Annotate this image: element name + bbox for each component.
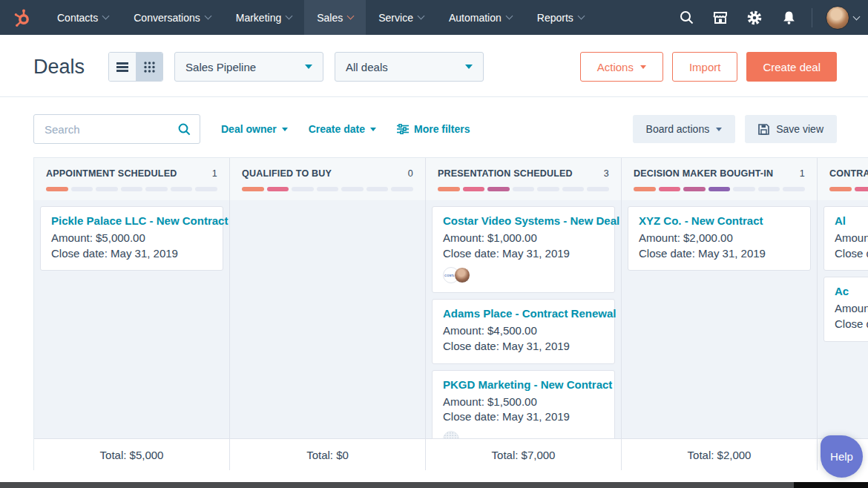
actions-button[interactable]: Actions xyxy=(580,52,663,82)
search-icon[interactable] xyxy=(178,123,191,136)
sliders-icon xyxy=(397,124,409,134)
chevron-down-icon xyxy=(286,13,293,20)
deal-card[interactable]: XYZ Co. - New Contract Amount: $2,000.00… xyxy=(628,206,811,271)
chevron-down-icon xyxy=(505,13,513,20)
page-title: Deals xyxy=(33,56,85,79)
progress-segment xyxy=(562,187,585,191)
deal-amount: Amount: $1,000.00 xyxy=(443,231,604,246)
deal-card[interactable]: Costar Video Systems - New Deal Amount: … xyxy=(432,206,615,293)
progress-segment xyxy=(487,187,510,191)
deals-view-select-value: All deals xyxy=(346,61,388,73)
create-date-filter[interactable]: Create date xyxy=(309,123,376,135)
nav-item-marketing[interactable]: Marketing xyxy=(223,0,304,35)
create-deal-button[interactable]: Create deal xyxy=(746,52,837,82)
filter-bar: Deal owner Create date More filters Boar… xyxy=(0,97,868,157)
import-button[interactable]: Import xyxy=(672,52,738,82)
progress-segment xyxy=(783,187,805,191)
marketplace-icon[interactable] xyxy=(703,0,737,35)
progress-segment xyxy=(341,187,364,191)
search-icon[interactable] xyxy=(669,0,703,35)
chevron-down-icon xyxy=(102,13,110,20)
deal-title[interactable]: Al xyxy=(835,214,868,227)
more-filters-link[interactable]: More filters xyxy=(397,123,470,135)
deal-title[interactable]: PKGD Marketing - New Contract xyxy=(443,378,604,391)
pipeline-select-value: Sales Pipeline xyxy=(185,61,256,73)
nav-item-contacts[interactable]: Contacts xyxy=(45,0,121,35)
create-deal-button-label: Create deal xyxy=(763,61,821,73)
nav-item-conversations[interactable]: Conversations xyxy=(121,0,223,35)
deal-close-date: Close date: May 31, 2019 xyxy=(639,246,800,262)
chevron-down-icon xyxy=(465,65,473,69)
deal-close-date: Close date: xyxy=(835,246,868,262)
progress-segment xyxy=(317,187,339,191)
save-view-button[interactable]: Save view xyxy=(745,115,837,143)
progress-segment xyxy=(634,187,656,191)
nav-menu: ContactsConversationsMarketingSalesServi… xyxy=(45,0,596,35)
column-total: Total: $2,000 xyxy=(622,438,817,470)
column-count: 3 xyxy=(604,168,609,179)
column-title: CONTRACT SENT xyxy=(829,168,868,179)
hubspot-logo-icon[interactable] xyxy=(0,0,45,35)
deal-card[interactable]: PKGD Marketing - New Contract Amount: $1… xyxy=(432,370,615,438)
board-view-button[interactable] xyxy=(136,53,162,81)
settings-icon[interactable] xyxy=(737,0,772,35)
search-input[interactable] xyxy=(43,122,178,136)
progress-segment xyxy=(96,187,118,191)
deal-amount: Amount: $4,500.00 xyxy=(443,323,604,339)
notifications-icon[interactable] xyxy=(772,0,806,35)
progress-segment xyxy=(708,187,731,191)
column-header: APPOINTMENT SCHEDULED 1 xyxy=(34,158,229,200)
progress-segment xyxy=(391,187,413,191)
account-chevron-down-icon[interactable] xyxy=(853,13,861,20)
progress-segment xyxy=(683,187,706,191)
progress-segment xyxy=(46,187,68,191)
import-button-label: Import xyxy=(689,61,721,73)
progress-segment xyxy=(242,187,264,191)
nav-right-icons xyxy=(669,0,868,35)
top-navbar: ContactsConversationsMarketingSalesServi… xyxy=(0,0,868,35)
deal-amount: Amount: xyxy=(835,231,868,246)
nav-item-automation[interactable]: Automation xyxy=(436,0,525,35)
progress-segment xyxy=(829,187,852,191)
deals-view-select[interactable]: All deals xyxy=(335,52,484,82)
deal-title[interactable]: XYZ Co. - New Contract xyxy=(639,214,800,227)
deal-card[interactable]: Al Amount: Close date: xyxy=(823,206,868,271)
pipeline-column: APPOINTMENT SCHEDULED 1 Pickle Palace LL… xyxy=(34,158,230,470)
pipeline-select[interactable]: Sales Pipeline xyxy=(174,52,323,82)
column-body: Al Amount: Close date: Ac Amount: Close … xyxy=(818,200,868,438)
help-button[interactable]: Help xyxy=(821,435,863,478)
deal-close-date: Close date: xyxy=(835,317,868,332)
deal-card[interactable]: Adams Place - Contract Renewal Amount: $… xyxy=(432,299,615,363)
progress-segment xyxy=(733,187,755,191)
deal-amount: Amount: $1,500.00 xyxy=(443,395,604,410)
column-body: XYZ Co. - New Contract Amount: $2,000.00… xyxy=(622,200,817,438)
deal-title[interactable]: Ac xyxy=(835,285,868,297)
progress-segment xyxy=(659,187,681,191)
progress-segment xyxy=(463,187,485,191)
deal-card[interactable]: Ac Amount: Close date: xyxy=(823,277,868,341)
nav-item-label: Sales xyxy=(317,12,343,24)
deal-title[interactable]: Adams Place - Contract Renewal xyxy=(443,307,604,320)
chevron-down-icon xyxy=(204,13,211,20)
chevron-down-icon xyxy=(347,13,355,20)
nav-item-label: Conversations xyxy=(134,12,200,24)
deal-amount: Amount: $5,000.00 xyxy=(51,231,212,246)
list-view-button[interactable] xyxy=(109,53,136,81)
nav-item-reports[interactable]: Reports xyxy=(525,0,596,35)
board-actions-button[interactable]: Board actions xyxy=(633,115,736,143)
user-avatar[interactable] xyxy=(826,6,849,30)
deal-owner-filter[interactable]: Deal owner xyxy=(221,123,288,135)
nav-item-sales[interactable]: Sales xyxy=(304,0,366,35)
deal-card[interactable]: Pickle Palace LLC - New Contract Amount:… xyxy=(40,206,223,271)
horizontal-scrollbar[interactable] xyxy=(0,482,868,488)
pipeline-column: PRESENTATION SCHEDULED 3 Costar Video Sy… xyxy=(426,158,622,470)
nav-item-service[interactable]: Service xyxy=(366,0,436,35)
placeholder-avatar[interactable] xyxy=(443,431,459,438)
nav-item-label: Contacts xyxy=(57,12,98,24)
column-header: QUALIFIED TO BUY 0 xyxy=(230,158,425,200)
contact-photo-avatar[interactable] xyxy=(454,267,470,283)
deal-title[interactable]: Pickle Palace LLC - New Contract xyxy=(51,214,212,227)
deal-amount: Amount: xyxy=(835,301,868,317)
scrollbar-thumb[interactable] xyxy=(794,482,868,488)
deal-title[interactable]: Costar Video Systems - New Deal xyxy=(443,214,604,227)
